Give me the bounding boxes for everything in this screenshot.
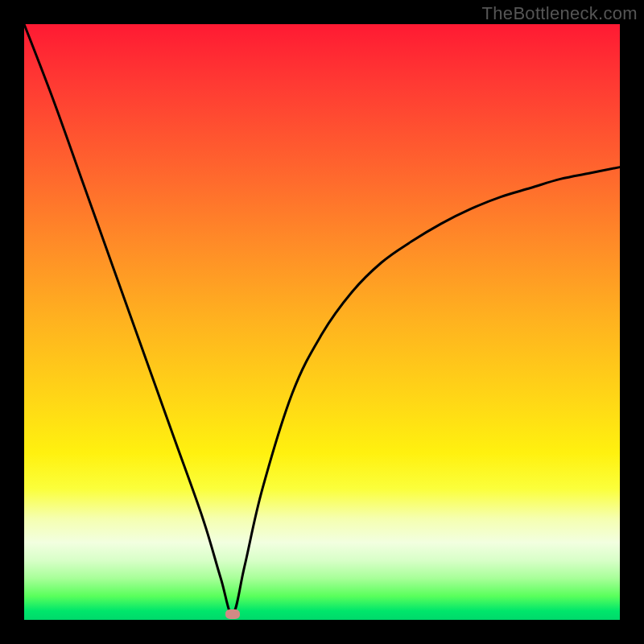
bottleneck-curve bbox=[24, 24, 620, 614]
curve-layer bbox=[24, 24, 620, 620]
plot-area bbox=[24, 24, 620, 620]
optimal-point-marker bbox=[225, 609, 240, 619]
watermark-text: TheBottleneck.com bbox=[482, 3, 638, 24]
